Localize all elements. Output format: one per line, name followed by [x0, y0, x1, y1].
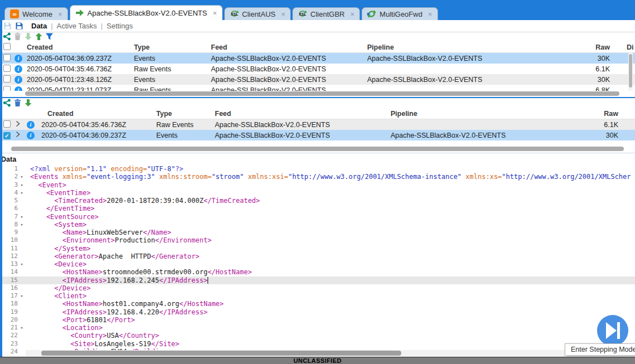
process-icon[interactable] [3, 32, 11, 41]
info-icon[interactable]: i [15, 55, 22, 62]
code-content: <EventTime> [26, 189, 90, 197]
table-row[interactable]: i2020-05-04T01:23:11.073ZRaw EventsApach… [0, 85, 635, 91]
fold-toggle-icon[interactable]: ▾ [18, 260, 26, 268]
fold-toggle-icon[interactable]: ▾ [18, 173, 26, 181]
process-icon[interactable] [3, 99, 11, 107]
tab-clientaus[interactable]: XSLClientAUS× [224, 7, 291, 20]
cell-raw: 30K [558, 76, 610, 84]
stream-table-vertical-scrollbar[interactable] [628, 53, 633, 91]
tab-apache-sslblackbox-v2-0-events[interactable]: Apache-SSLBlackBox-V2.0-EVENTS× [70, 5, 223, 20]
row-checkbox[interactable] [3, 86, 11, 91]
code-line[interactable]: 1<?xml version="1.1" encoding="UTF-8"?> [0, 165, 635, 173]
code-line[interactable]: 18 <HostName>host01.company4.org</HostNa… [0, 300, 635, 308]
code-line[interactable]: 16 </Device> [0, 284, 635, 292]
fold-toggle-icon[interactable]: ▾ [18, 324, 26, 332]
row-checkbox[interactable] [3, 120, 11, 128]
column-header-feed: Feed [215, 110, 391, 118]
download-icon[interactable] [24, 99, 32, 107]
related-table: i2020-05-04T04:35:46.736ZRaw EventsApach… [0, 119, 635, 140]
enter-stepping-mode-button[interactable] [596, 314, 629, 347]
fold-toggle-icon[interactable]: ▾ [18, 213, 26, 221]
code-line[interactable]: 19 <IPAddress>192.168.4.220</IPAddress> [0, 308, 635, 316]
code-line[interactable]: 15 <IPAddress>192.168.2.245</IPAddress> [0, 276, 635, 284]
editor-horizontal-scrollbar[interactable] [26, 350, 565, 356]
save-all-icon[interactable] [15, 22, 23, 30]
menu-item-active-tasks[interactable]: Active Tasks [57, 22, 97, 30]
fold-toggle-icon[interactable]: ▾ [18, 189, 26, 197]
table-row[interactable]: i2020-05-04T04:36:09.237ZEventsApache-SS… [0, 53, 635, 64]
line-number: 23 [1, 340, 18, 348]
fold-toggle-icon[interactable]: ▾ [18, 292, 26, 300]
fold-toggle-icon[interactable]: ▾ [18, 221, 26, 229]
code-line[interactable]: 10 <Environment>Production</Environment> [0, 236, 635, 244]
code-line[interactable]: 7▾ <EventSource> [0, 213, 635, 221]
code-token: <IPAddress> [30, 276, 107, 284]
tab-close-icon[interactable]: × [213, 9, 217, 17]
tab-close-icon[interactable]: × [281, 10, 286, 18]
table-row[interactable]: ✓i2020-05-04T04:36:09.237ZEventsApache-S… [0, 130, 635, 140]
editor-gutter: 18 [0, 300, 26, 308]
table-row[interactable]: i2020-05-04T04:35:46.736ZRaw EventsApach… [0, 64, 635, 74]
xml-editor[interactable]: 1<?xml version="1.1" encoding="UTF-8"?>2… [0, 165, 635, 357]
fold-toggle-icon[interactable]: ▾ [18, 181, 26, 189]
column-header-type: Type [134, 43, 211, 51]
code-line[interactable]: 22 <Country>USA</Country> [0, 332, 635, 339]
tab-clientgbr[interactable]: XSLClientGBR× [292, 7, 360, 20]
editor-gutter: 4▾ [0, 189, 26, 197]
info-icon[interactable]: i [27, 132, 35, 139]
code-token: </System> [30, 245, 90, 253]
code-line[interactable]: 3▾ <Event> [0, 181, 635, 189]
code-line[interactable]: 20 <Port>61801</Port> [0, 316, 635, 324]
code-token: </Environment> [155, 236, 211, 244]
expand-row-icon[interactable] [15, 120, 21, 127]
stream-table-horizontal-scrollbar[interactable] [0, 91, 635, 96]
table-row[interactable]: i2020-05-04T04:35:46.736ZRaw EventsApach… [0, 119, 635, 130]
delete-icon[interactable] [13, 99, 22, 107]
info-icon[interactable]: i [27, 121, 35, 129]
expand-row-icon[interactable] [15, 131, 21, 138]
row-checkbox[interactable]: ✓ [3, 132, 11, 139]
code-line[interactable]: 11 </System> [0, 245, 635, 253]
code-line[interactable]: 6 </EventTime> [0, 205, 635, 212]
row-checkbox[interactable] [3, 54, 11, 61]
menu-item-settings[interactable]: Settings [107, 22, 133, 30]
code-line[interactable]: 12 <Generator>Apache HTTPD</Generator> [0, 253, 635, 260]
delete-icon[interactable] [13, 32, 22, 41]
code-line[interactable]: 23 <Site>LosAngeles-S19</Site> [0, 340, 635, 348]
tab-multigeofwd[interactable]: MultiGeoFwd× [362, 7, 437, 20]
code-line[interactable]: 13▾ <Device> [0, 260, 635, 268]
editor-gutter: 3▾ [0, 181, 26, 189]
info-icon[interactable]: i [15, 76, 22, 84]
menu-item-data[interactable]: Data [31, 22, 47, 30]
table-row[interactable]: i2020-05-04T01:23:48.126ZEventsApache-SS… [0, 74, 635, 85]
row-checkbox[interactable] [3, 75, 11, 82]
tab-close-icon[interactable]: × [428, 10, 432, 18]
code-line[interactable]: 2▾<Events xmlns="event-logging:3" xmlns:… [0, 173, 635, 181]
related-table-horizontal-scrollbar[interactable] [0, 146, 635, 152]
tab-label: Apache-SSLBlackBox-V2.0-EVENTS [88, 9, 208, 17]
save-icon[interactable] [3, 22, 12, 30]
code-line[interactable]: 4▾ <EventTime> [0, 189, 635, 197]
upload-icon[interactable] [35, 32, 43, 41]
line-number: 7 [1, 213, 18, 221]
code-line[interactable]: 8▾ <System> [0, 221, 635, 229]
filter-icon[interactable] [45, 32, 54, 41]
info-icon[interactable]: i [15, 65, 22, 73]
row-checkbox[interactable] [3, 65, 11, 72]
code-content: <Country>USA</Country> [26, 332, 159, 339]
code-line[interactable]: 9 <Name>LinuxWebServer</Name> [0, 229, 635, 236]
fold-spacer [18, 253, 26, 260]
code-line[interactable]: 14 <HostName>stroomnode00.strmdev00.org<… [0, 268, 635, 276]
code-token: <System> [30, 221, 86, 229]
cell-created: 2020-05-04T01:23:11.073Z [27, 86, 134, 91]
select-all-checkbox[interactable] [3, 43, 11, 50]
download-icon[interactable] [24, 32, 32, 41]
tab-close-icon[interactable]: × [350, 10, 355, 18]
tab-close-icon[interactable]: × [58, 10, 62, 18]
code-line[interactable]: 5 <TimeCreated>2020-01-18T20:39:04.000Z<… [0, 197, 635, 205]
info-icon[interactable]: i [15, 86, 22, 91]
code-line[interactable]: 21▾ <Location> [0, 324, 635, 332]
tab-welcome[interactable]: ∞Welcome× [4, 7, 68, 20]
panel-splitter[interactable] [0, 97, 635, 98]
code-line[interactable]: 17▾ <Client> [0, 292, 635, 300]
